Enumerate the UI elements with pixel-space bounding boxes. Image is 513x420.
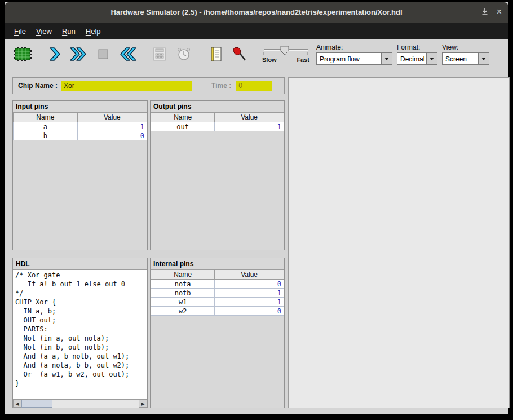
eval-button[interactable] <box>148 42 171 66</box>
slider-thumb <box>281 46 289 55</box>
document-button[interactable] <box>205 42 227 66</box>
fast-forward-icon <box>68 46 90 63</box>
pin-name: w1 <box>151 298 215 307</box>
step-arrow-icon <box>46 46 63 63</box>
menu-run-mnemonic: R <box>62 27 67 36</box>
hdl-code-line: CHIP Xor { <box>15 298 145 307</box>
chevron-down-icon[interactable] <box>381 53 392 64</box>
speed-slider[interactable]: Slow Fast <box>262 46 309 63</box>
screen-view-panel <box>288 77 510 408</box>
clock-button[interactable] <box>173 42 195 66</box>
slider-track[interactable] <box>262 46 309 57</box>
pin-name: nota <box>151 280 215 289</box>
menu-help-rest: elp <box>91 27 100 36</box>
hdl-code-line: IN a, b; <box>15 307 145 316</box>
animate-control: Animate: Program flow <box>316 43 392 65</box>
slider-labels: Slow Fast <box>262 56 309 63</box>
menu-file-mnemonic: F <box>14 27 19 36</box>
internal-pins-table: Name Value nota 0 notb 1 w1 1 <box>151 269 284 316</box>
menu-file[interactable]: File <box>9 24 31 38</box>
table-row: w2 0 <box>151 307 284 316</box>
hdl-horizontal-scrollbar[interactable]: ◀ ▶ <box>13 399 147 408</box>
input-pins-panel: Input pins Name Value a 1 b 0 <box>12 100 148 250</box>
chevron-down-icon[interactable] <box>426 53 437 64</box>
hdl-code-line: And (a=nota, b=b, out=w2); <box>15 361 145 370</box>
view-select[interactable]: Screen <box>442 52 489 65</box>
close-icon[interactable]: × <box>497 7 502 16</box>
input-pins-table: Name Value a 1 b 0 <box>13 112 147 140</box>
time-label: Time : <box>211 82 231 90</box>
format-label: Format: <box>397 43 437 51</box>
hdl-code-line: /* Xor gate <box>15 271 145 280</box>
chip-icon <box>12 46 33 63</box>
hdl-code-line: And (a=a, b=notb, out=w1); <box>15 352 145 361</box>
titlebar: Hardware Simulator (2.5) - /home/thomas/… <box>5 2 508 23</box>
slider-slow-label: Slow <box>262 56 277 63</box>
scroll-right-icon[interactable]: ▶ <box>139 400 147 408</box>
clock-icon <box>175 46 192 63</box>
menu-file-rest: ile <box>19 27 26 36</box>
pin-value: 1 <box>215 298 284 307</box>
table-row: notb 1 <box>151 289 284 298</box>
column-header-value: Value <box>215 270 284 280</box>
hdl-panel: HDL /* Xor gate If a!=b out=1 else out=0… <box>12 258 148 408</box>
pin-value: 0 <box>215 307 284 316</box>
reset-button[interactable] <box>116 42 139 66</box>
column-header-value: Value <box>77 113 147 122</box>
view-selected-value: Screen <box>443 53 478 64</box>
minimize-icon[interactable] <box>481 8 489 16</box>
format-control: Format: Decimal <box>397 43 437 65</box>
table-row: out 1 <box>151 122 284 131</box>
scroll-left-icon[interactable]: ◀ <box>13 400 21 408</box>
main-content: Chip Name : Xor Time : 0 Input pins Name… <box>5 69 508 414</box>
rewind-icon <box>117 46 138 63</box>
hdl-code-line: */ <box>15 289 145 298</box>
scrollbar-thumb[interactable] <box>21 400 52 408</box>
stop-square-icon <box>95 46 112 63</box>
hdl-code-line: Not (in=a, out=nota); <box>15 334 145 343</box>
titlebar-buttons: × <box>481 7 502 16</box>
menu-help[interactable]: Help <box>81 24 106 38</box>
hdl-code-line: } <box>15 379 145 388</box>
output-pins-panel: Output pins Name Value out 1 <box>150 100 285 250</box>
table-row: a 1 <box>14 122 147 131</box>
toolbar: Slow Fast Animate: Program flow Format: … <box>5 39 508 69</box>
hdl-code-line: Or (a=w1, b=w2, out=out); <box>15 370 145 379</box>
animate-select[interactable]: Program flow <box>316 52 392 65</box>
table-row: w1 1 <box>151 298 284 307</box>
table-row: b 0 <box>14 131 147 140</box>
menu-help-mnemonic: H <box>86 27 91 36</box>
pin-name: a <box>14 122 78 131</box>
hdl-code-view[interactable]: /* Xor gate If a!=b out=1 else out=0 */ … <box>13 269 147 399</box>
table-header-row: Name Value <box>151 113 284 122</box>
menubar: File View Run Help <box>5 23 508 39</box>
load-chip-button[interactable] <box>11 42 34 66</box>
table-header-row: Name Value <box>151 270 284 280</box>
format-select[interactable]: Decimal <box>397 52 437 65</box>
hdl-code-line: PARTS: <box>15 325 145 334</box>
table-row: nota 0 <box>151 280 284 289</box>
internal-pins-title: Internal pins <box>151 258 284 269</box>
chip-name-bar: Chip Name : Xor Time : 0 <box>12 77 285 94</box>
view-label: View: <box>442 43 489 51</box>
pin-name: b <box>14 131 78 140</box>
scrollbar-track[interactable] <box>21 400 139 408</box>
pin-name: w2 <box>151 307 215 316</box>
run-button[interactable] <box>68 42 90 66</box>
app-window: Hardware Simulator (2.5) - /home/thomas/… <box>5 2 508 414</box>
hdl-title: HDL <box>13 258 147 269</box>
column-header-name: Name <box>151 113 215 122</box>
breakpoints-button[interactable] <box>229 42 251 66</box>
pin-value[interactable]: 0 <box>77 131 147 140</box>
pin-name: out <box>151 122 215 131</box>
window-title: Hardware Simulator (2.5) - /home/thomas/… <box>5 8 508 16</box>
column-header-name: Name <box>151 270 215 280</box>
single-step-button[interactable] <box>43 42 66 66</box>
chevron-down-icon[interactable] <box>478 53 489 64</box>
input-pins-title: Input pins <box>13 101 147 112</box>
stop-button[interactable] <box>92 42 114 66</box>
menu-view[interactable]: View <box>31 24 57 38</box>
pin-value[interactable]: 1 <box>77 122 147 131</box>
menu-run[interactable]: Run <box>57 24 81 38</box>
pin-value: 1 <box>215 122 284 131</box>
